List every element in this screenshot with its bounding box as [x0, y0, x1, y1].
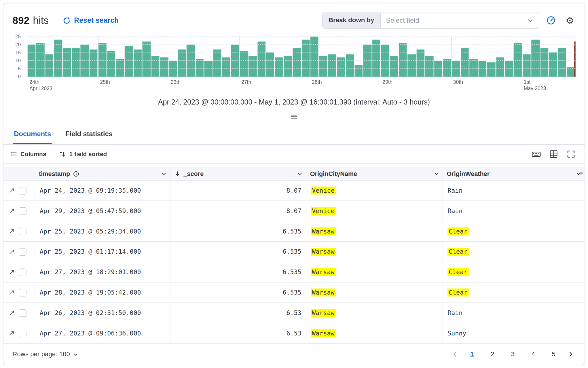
histogram-bar[interactable] — [408, 54, 416, 77]
histogram-bar[interactable] — [355, 65, 363, 77]
histogram-bar[interactable] — [240, 51, 248, 77]
histogram-bar[interactable] — [372, 40, 380, 77]
page-button-1[interactable]: 1 — [465, 349, 479, 360]
row-checkbox[interactable] — [19, 248, 26, 255]
cell-origin-weather: Clear — [443, 282, 585, 303]
histogram-bar[interactable] — [196, 59, 204, 77]
expand-icon — [9, 187, 15, 194]
histogram-bar[interactable] — [257, 41, 265, 77]
sort-fields-button[interactable]: 1 field sorted — [59, 151, 107, 158]
page-button-3[interactable]: 3 — [506, 349, 519, 360]
x-tick-label: 24thApril 2023 — [28, 79, 52, 92]
histogram-bar[interactable] — [425, 56, 433, 77]
row-checkbox[interactable] — [19, 289, 26, 296]
cell-city-value: Warsaw — [311, 268, 335, 276]
row-checkbox[interactable] — [19, 207, 26, 215]
columns-button[interactable]: Columns — [10, 151, 46, 158]
expand-document-button[interactable] — [9, 330, 15, 336]
cell-origin-weather: Rain — [443, 181, 585, 201]
edit-visualization-button[interactable] — [544, 13, 558, 28]
fullscreen-button[interactable] — [564, 148, 578, 160]
expand-document-button[interactable] — [9, 310, 15, 316]
expand-document-button[interactable] — [9, 289, 15, 295]
expand-document-button[interactable] — [9, 249, 15, 255]
expand-document-button[interactable] — [9, 187, 15, 194]
histogram-bar[interactable] — [143, 41, 151, 77]
next-page-button[interactable] — [565, 349, 576, 360]
header-origin-city-label: OriginCityName — [310, 170, 357, 177]
row-checkbox[interactable] — [19, 227, 26, 235]
expand-document-button[interactable] — [9, 228, 15, 234]
display-options-button[interactable] — [547, 148, 560, 160]
cell-score: 8.07 — [170, 201, 306, 221]
histogram-bar[interactable] — [284, 56, 292, 77]
histogram-bar[interactable] — [45, 54, 53, 77]
header-score[interactable]: _score — [170, 167, 306, 180]
histogram-bar[interactable] — [116, 59, 124, 77]
table-row: Apr 27, 2023 @ 09:06:36.000 6.53 Warsaw … — [3, 323, 585, 344]
histogram-bar[interactable] — [107, 51, 115, 77]
page-button-5[interactable]: 5 — [547, 349, 560, 360]
break-down-select[interactable]: Select field — [381, 12, 539, 28]
keyboard-shortcuts-button[interactable] — [530, 148, 543, 160]
row-checkbox[interactable] — [19, 309, 26, 316]
histogram-bar[interactable] — [346, 54, 354, 77]
histogram-bar[interactable] — [487, 62, 495, 77]
chart-resize-handle[interactable] — [288, 114, 300, 120]
rows-per-page-button[interactable]: Rows per page: 100 — [12, 350, 79, 358]
row-checkbox[interactable] — [19, 329, 26, 337]
table-footer: Rows per page: 100 12345 — [3, 344, 585, 365]
header-timestamp[interactable]: timestamp — [35, 167, 170, 180]
cell-origin-city: Warsaw — [306, 262, 443, 282]
grid-display-icon — [549, 150, 558, 158]
histogram-bar[interactable] — [319, 56, 327, 77]
histogram-bar[interactable] — [54, 40, 62, 77]
histogram-bar[interactable] — [523, 54, 531, 77]
histogram-bar[interactable] — [390, 56, 398, 77]
histogram-bar[interactable] — [310, 37, 318, 77]
histogram-bar[interactable] — [213, 50, 221, 77]
expand-document-button[interactable] — [9, 208, 15, 214]
score-menu-button[interactable] — [297, 171, 303, 177]
row-checkbox[interactable] — [19, 268, 26, 276]
histogram-bar[interactable] — [328, 54, 336, 77]
cell-score: 6.535 — [170, 262, 306, 282]
histogram-bar[interactable] — [125, 46, 133, 77]
page-button-2[interactable]: 2 — [486, 349, 499, 360]
page-button-4[interactable]: 4 — [526, 349, 540, 360]
histogram-bar[interactable] — [443, 59, 451, 77]
histogram-bar[interactable] — [151, 56, 160, 77]
tab-documents[interactable]: Documents — [13, 125, 52, 144]
timestamp-menu-button[interactable] — [161, 171, 167, 177]
chart-options-button[interactable]: ⚙ — [563, 13, 577, 28]
tab-field-statistics[interactable]: Field statistics — [65, 125, 113, 144]
table-row: Apr 27, 2023 @ 18:29:01.000 6.535 Warsaw… — [3, 262, 585, 282]
histogram-bar[interactable] — [249, 56, 257, 77]
origin-city-menu-button[interactable] — [434, 171, 440, 177]
histogram-bar[interactable] — [178, 50, 186, 77]
gear-icon: ⚙ — [566, 16, 574, 25]
histogram-bar[interactable] — [301, 40, 310, 77]
header-origin-city[interactable]: OriginCityName — [306, 167, 443, 180]
histogram-bar[interactable] — [98, 43, 106, 77]
histogram-bar[interactable] — [531, 40, 539, 77]
histogram-bar[interactable] — [36, 43, 44, 77]
histogram-bar[interactable] — [266, 53, 274, 77]
histogram-bar[interactable] — [514, 43, 522, 77]
histogram-plot[interactable] — [28, 37, 575, 77]
x-axis-labels: 24thApril 202325th26th27th28th29th30th1s… — [28, 78, 575, 94]
cell-origin-city: Warsaw — [306, 323, 443, 344]
expand-document-button[interactable] — [9, 269, 15, 275]
cell-weather-value: Clear — [447, 268, 468, 276]
histogram-bar[interactable] — [399, 43, 407, 77]
row-checkbox[interactable] — [19, 187, 26, 194]
histogram-bar[interactable] — [549, 53, 557, 77]
reset-search-button[interactable]: Reset search — [63, 16, 119, 24]
vertical-scrollbar-thumb[interactable] — [580, 171, 583, 174]
histogram-bar[interactable] — [470, 59, 478, 77]
previous-page-button[interactable] — [449, 349, 461, 360]
histogram-bar[interactable] — [416, 50, 424, 77]
histogram-bar[interactable] — [134, 50, 142, 77]
header-origin-weather[interactable]: OriginWeather — [443, 167, 585, 180]
histogram-bar[interactable] — [90, 50, 98, 77]
